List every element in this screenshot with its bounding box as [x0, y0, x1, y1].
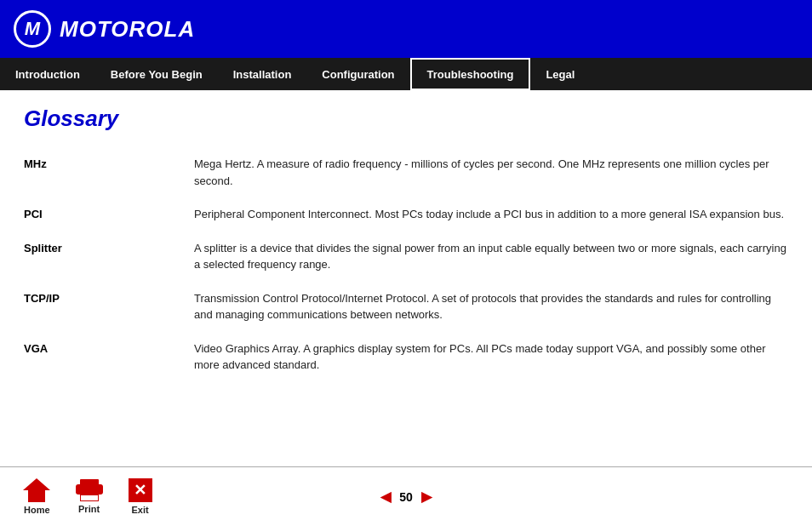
- home-icon: [24, 478, 49, 502]
- print-mid: [76, 484, 103, 495]
- brand-name: MOTOROLA: [60, 16, 195, 43]
- exit-icon: ✕: [129, 478, 152, 502]
- glossary-definition: A splitter is a device that divides the …: [194, 232, 788, 282]
- glossary-table: MHzMega Hertz. A measure of radio freque…: [24, 147, 788, 382]
- glossary-term: PCI: [24, 197, 194, 232]
- nav-configuration[interactable]: Configuration: [306, 58, 409, 90]
- page-number-display: 50: [399, 490, 413, 504]
- header: M MOTOROLA: [0, 0, 812, 58]
- print-label: Print: [78, 504, 100, 514]
- nav-legal[interactable]: Legal: [530, 58, 590, 90]
- glossary-definition: Video Graphics Array. A graphics display…: [194, 332, 788, 382]
- glossary-definition: Mega Hertz. A measure of radio frequency…: [194, 147, 788, 197]
- glossary-term: VGA: [24, 332, 194, 382]
- glossary-row: MHzMega Hertz. A measure of radio freque…: [24, 147, 788, 197]
- nav-installation[interactable]: Installation: [218, 58, 307, 90]
- home-body: [28, 490, 45, 502]
- footer: Home Print ✕ Exit ◀ 50 ▶: [0, 466, 812, 526]
- page-number-control: ◀ 50 ▶: [380, 489, 432, 505]
- exit-x-symbol: ✕: [134, 483, 146, 498]
- nav-bar: Introduction Before You Begin Installati…: [0, 58, 812, 90]
- home-label: Home: [24, 505, 50, 515]
- logo-circle: M: [14, 10, 51, 48]
- logo-m-letter: M: [25, 18, 40, 40]
- exit-button[interactable]: ✕ Exit: [129, 478, 152, 515]
- glossary-row: PCIPeripheral Component Interconnect. Mo…: [24, 197, 788, 232]
- nav-introduction[interactable]: Introduction: [0, 58, 95, 90]
- glossary-definition: Peripheral Component Interconnect. Most …: [194, 197, 788, 232]
- exit-label: Exit: [131, 505, 148, 515]
- glossary-row: TCP/IPTransmission Control Protocol/Inte…: [24, 282, 788, 332]
- next-page-arrow[interactable]: ▶: [421, 489, 432, 505]
- nav-troubleshooting[interactable]: Troubleshooting: [410, 58, 531, 90]
- nav-before-you-begin[interactable]: Before You Begin: [95, 58, 218, 90]
- glossary-term: TCP/IP: [24, 282, 194, 332]
- glossary-row: SplitterA splitter is a device that divi…: [24, 232, 788, 282]
- glossary-definition: Transmission Control Protocol/Internet P…: [194, 282, 788, 332]
- print-icon: [76, 479, 103, 501]
- glossary-term: Splitter: [24, 232, 194, 282]
- print-button[interactable]: Print: [76, 479, 103, 514]
- home-roof: [23, 478, 50, 490]
- prev-page-arrow[interactable]: ◀: [380, 489, 391, 505]
- content-area: Glossary MHzMega Hertz. A measure of rad…: [0, 90, 812, 466]
- glossary-term: MHz: [24, 147, 194, 197]
- home-button[interactable]: Home: [24, 478, 50, 515]
- page-title: Glossary: [24, 106, 788, 132]
- footer-icons: Home Print ✕ Exit: [24, 478, 152, 515]
- glossary-row: VGAVideo Graphics Array. A graphics disp…: [24, 332, 788, 382]
- print-paper: [80, 495, 99, 501]
